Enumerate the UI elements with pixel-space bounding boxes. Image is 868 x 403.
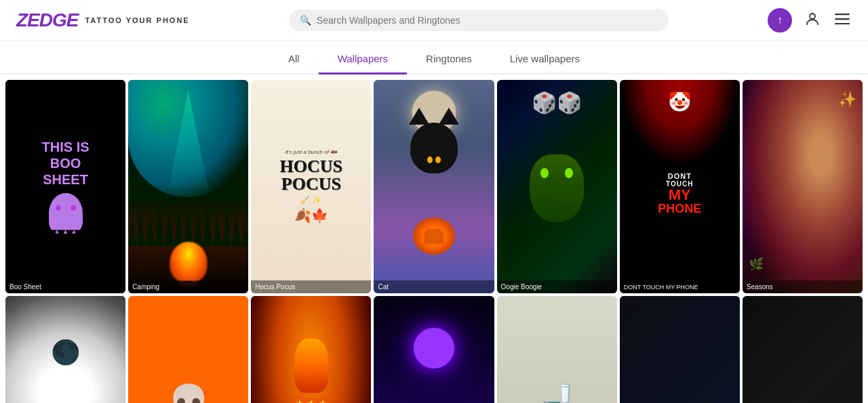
hocus-icon: 🧹 ✨ <box>300 196 321 205</box>
svg-rect-2 <box>835 18 850 20</box>
fire-text: 🔥🔥🔥 <box>294 397 328 403</box>
dice-emoji: 🎲🎲 <box>532 91 582 114</box>
header: ZEDGE TATTOO YOUR PHONE 🔍 ↑ <box>0 0 868 41</box>
grid-item-seasons[interactable]: ✨ 🌿 Seasons <box>743 80 863 293</box>
search-input[interactable] <box>317 15 658 26</box>
tab-wallpapers[interactable]: Wallpapers <box>319 45 407 75</box>
hocus-pocus-label: Hocus Pocus <box>251 280 371 293</box>
search-icon: 🔍 <box>300 15 311 26</box>
grid-item-purple-moon[interactable]: ▬▬▬▬▬▬▬▬▬▬ <box>374 296 494 403</box>
grid-item-jack[interactable]: 🌑 💑 <box>5 296 125 403</box>
camping-label: Camping <box>128 280 248 293</box>
user-button[interactable] <box>803 11 822 30</box>
skeleton-emoji: 💀 <box>167 383 210 403</box>
tagline: TATTOO YOUR PHONE <box>85 16 189 24</box>
grid-item-hocus-pocus[interactable]: It's just a bunch of 🦇 HOCUSPOCUS 🧹 ✨ 🍂🍁… <box>251 80 371 293</box>
boo-sheet-label: Boo Sheet <box>5 280 125 293</box>
logo-area: ZEDGE TATTOO YOUR PHONE <box>16 9 190 31</box>
dont-touch-text: DONT TOUCH MY PHONE <box>658 172 701 215</box>
hocus-title: HOCUSPOCUS <box>280 158 342 193</box>
hamburger-icon <box>835 12 850 28</box>
dont-touch-label: DONT TOUCH MY PHONE <box>620 281 740 293</box>
seasons-label: Seasons <box>743 280 863 293</box>
header-actions: ↑ <box>768 8 852 33</box>
svg-point-0 <box>810 14 815 19</box>
grid-item-fire-person[interactable]: 🔥🔥🔥 <box>251 296 371 403</box>
search-bar[interactable]: 🔍 <box>289 9 669 31</box>
grid-item-dont-touch[interactable]: 🤡 DONT TOUCH MY PHONE DONT TOUCH MY PHON… <box>620 80 740 293</box>
wallpaper-grid: THIS ISBOOSHEET Boo Sheet Camping It's j… <box>0 75 868 403</box>
upload-icon: ↑ <box>777 14 783 26</box>
grid-item-boo-sheet[interactable]: THIS ISBOOSHEET Boo Sheet <box>5 80 125 293</box>
cat-label: Cat <box>374 280 494 293</box>
oogie-boogie-label: Oogie Boogie <box>497 280 617 293</box>
tab-ringtones[interactable]: Ringtones <box>407 45 491 75</box>
menu-button[interactable] <box>833 11 852 30</box>
user-icon <box>805 11 820 29</box>
logo[interactable]: ZEDGE <box>16 9 78 31</box>
grid-item-download-2[interactable]: Download ZEDGE™ app to view this <box>743 296 863 403</box>
hocus-subtitle: It's just a bunch of 🦇 <box>285 149 337 155</box>
grid-item-camping[interactable]: Camping <box>128 80 248 293</box>
star-decor: ✨ <box>838 91 856 108</box>
grid-item-oogie-boogie[interactable]: 🎲🎲 Oogie Boogie <box>497 80 617 293</box>
boo-text: THIS ISBOOSHEET <box>42 139 90 188</box>
svg-rect-1 <box>835 14 850 15</box>
tab-all[interactable]: All <box>269 45 319 75</box>
toilet-emoji: 🚽 <box>536 383 577 403</box>
jack-emoji: 🌑 <box>51 339 81 366</box>
grid-item-download-1[interactable]: Download ZEDGE™ app to view this <box>620 296 740 403</box>
nav-tabs: All Wallpapers Ringtones Live wallpapers <box>0 41 868 75</box>
hocus-pumpkin: 🍂🍁 <box>294 207 328 224</box>
grid-item-toilet[interactable]: 🚽 👀 👀 <box>497 296 617 403</box>
leaf-decor: 🌿 <box>749 257 764 272</box>
upload-button[interactable]: ↑ <box>768 8 792 33</box>
svg-rect-3 <box>835 23 850 24</box>
tab-live-wallpapers[interactable]: Live wallpapers <box>491 45 599 75</box>
grid-item-cat[interactable]: Cat <box>374 80 494 293</box>
grid-item-orange-skeleton[interactable]: 💀 🦴 <box>128 296 248 403</box>
clown-face: 🤡 <box>668 91 692 113</box>
